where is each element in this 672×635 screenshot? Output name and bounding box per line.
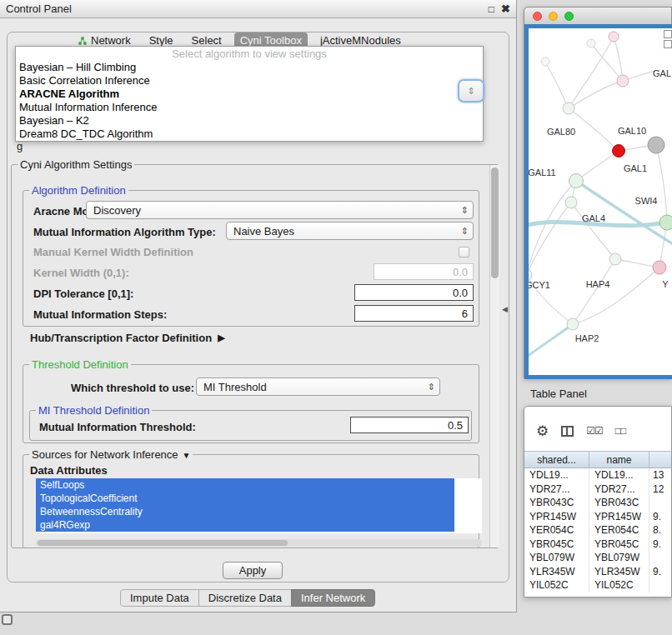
close-traffic-light[interactable] <box>533 12 542 21</box>
minimize-traffic-light[interactable] <box>549 12 558 21</box>
node[interactable] <box>567 318 579 330</box>
node[interactable] <box>587 39 595 48</box>
algorithm-option[interactable]: Bayesian – Hill Climbing <box>16 61 483 74</box>
algorithm-option-selected[interactable]: ARACNE Algorithm <box>16 88 483 101</box>
combo-arrows-icon: ⇕ <box>461 226 469 237</box>
list-item[interactable]: SelfLoops <box>36 478 454 492</box>
algorithm-option[interactable]: Mutual Information Inference <box>16 101 483 114</box>
attributes-horizontal-scrollbar[interactable] <box>36 539 482 547</box>
node-gal10-red[interactable] <box>613 145 625 158</box>
bottom-tab-bar: Impute Data Discretize Data Infer Networ… <box>120 589 375 607</box>
control-panel-window: Control Panel □ ✖ Network Style Se <box>0 0 517 612</box>
hub-label: Hub/Transcription Factor Definition <box>30 332 212 344</box>
node[interactable] <box>565 197 577 208</box>
birdseye-toggle[interactable] <box>664 40 672 48</box>
cell: YDL19... <box>589 468 649 482</box>
column-header-name[interactable]: name <box>589 452 649 468</box>
node[interactable] <box>617 75 629 87</box>
cell: 12 <box>649 482 671 497</box>
sources-collapse-toggle[interactable]: Sources for Network Inference▼ <box>29 448 193 461</box>
close-icon[interactable]: ✖ <box>501 3 510 14</box>
mi-algorithm-type-label: Mutual Information Algorithm Type: <box>33 226 216 238</box>
node-label: GAL1 <box>624 163 647 173</box>
node-pink[interactable] <box>653 261 666 274</box>
algorithm-option[interactable]: Dream8 DC_TDC Algorithm <box>16 128 483 141</box>
network-icon <box>78 36 88 46</box>
which-threshold-select[interactable]: MI Threshold ⇕ <box>196 378 440 396</box>
node-label: GAL4 <box>582 213 605 223</box>
kernel-width-field: 0.0 <box>374 263 474 280</box>
birdseye-toggle[interactable] <box>664 30 672 38</box>
algorithm-combo-arrow-button[interactable]: ⇕ <box>458 79 484 102</box>
table-row[interactable]: YIL052C YIL052C <box>524 578 671 592</box>
control-panel-titlebar[interactable]: Control Panel □ ✖ <box>0 0 516 18</box>
network-window-titlebar[interactable] <box>524 8 671 24</box>
table-row[interactable]: YDR27... YDR27... 12 <box>524 482 671 497</box>
list-item[interactable]: TopologicalCoefficient <box>36 492 454 505</box>
columns-icon[interactable] <box>561 426 574 437</box>
algorithm-option[interactable]: Basic Correlation Inference <box>16 74 483 88</box>
table-row[interactable]: YBR043C YBR043C <box>524 496 671 510</box>
scrollbar-thumb[interactable] <box>38 540 288 546</box>
gear-icon[interactable]: ⚙ <box>536 422 549 440</box>
algorithm-option[interactable]: Bayesian – K2 <box>16 114 483 128</box>
table-row[interactable]: YER054C YER054C 8. <box>524 523 671 538</box>
node[interactable] <box>609 32 619 42</box>
table-row[interactable]: YBR045C YBR045C 9. <box>524 538 671 552</box>
node[interactable] <box>569 174 584 188</box>
mi-steps-field[interactable]: 6 <box>354 305 474 322</box>
node[interactable] <box>541 58 549 66</box>
settings-vertical-scrollbar[interactable] <box>489 165 499 548</box>
zoom-traffic-light[interactable] <box>564 12 574 21</box>
tab-label: Cyni Toolbox <box>240 34 302 47</box>
node[interactable] <box>529 269 532 281</box>
dpi-tolerance-label: DPI Tolerance [0,1]: <box>33 288 133 300</box>
table-row[interactable]: YBL079W YBL079W <box>524 551 671 565</box>
cell: YBR045C <box>524 538 589 552</box>
mi-algorithm-type-select[interactable]: Naive Bayes ⇕ <box>226 222 474 240</box>
node[interactable] <box>563 102 574 114</box>
table-toolbar: ⚙ ☑☑ □□ <box>536 418 625 443</box>
column-header-shared[interactable]: shared... <box>524 452 589 468</box>
node-gray[interactable] <box>648 137 664 153</box>
table-row[interactable]: YDL19... YDL19... 13 <box>524 468 671 482</box>
mi-threshold-field[interactable]: 0.5 <box>350 417 469 433</box>
combo-arrows-icon: ⇕ <box>461 205 469 216</box>
sources-title: Sources for Network Inference <box>32 448 178 461</box>
cell: YDR27... <box>524 482 589 497</box>
table-row[interactable]: YLR345W YLR345W 9. <box>524 565 671 579</box>
aracne-mode-select[interactable]: Discovery ⇕ <box>86 201 474 219</box>
list-item[interactable]: BetweennessCentrality <box>36 505 454 518</box>
table-row[interactable]: YPR145W YPR145W 9. <box>524 510 671 524</box>
scrollbar-thumb[interactable] <box>491 168 499 278</box>
collapse-down-icon: ▼ <box>183 451 191 460</box>
tab-impute-data[interactable]: Impute Data <box>120 589 199 607</box>
table-body: YDL19... YDL19... 13 YDR27... YDR27... 1… <box>524 468 671 597</box>
tab-discretize-data[interactable]: Discretize Data <box>198 589 292 607</box>
restore-icon[interactable]: □ <box>489 4 494 14</box>
column-header-partial[interactable] <box>649 452 671 468</box>
select-all-checks-icon[interactable]: ☑☑ <box>586 425 603 437</box>
manual-kernel-width-label: Manual Kernel Width Definition <box>33 246 193 258</box>
field-value: 0.0 <box>453 287 468 299</box>
tab-infer-network[interactable]: Infer Network <box>291 589 375 607</box>
group-title: MI Threshold Definition <box>36 404 152 417</box>
cell: 13 <box>649 468 671 482</box>
window-title: Control Panel <box>6 2 482 15</box>
hub-transcription-factor-expander[interactable]: Hub/Transcription Factor Definition ▶ <box>30 332 225 344</box>
docked-panel-icon[interactable] <box>2 614 13 625</box>
collapse-left-icon[interactable]: ◀ <box>502 305 508 313</box>
list-item[interactable]: gal4RGexp <box>36 518 454 532</box>
apply-button[interactable]: Apply <box>223 562 283 579</box>
cell: YER054C <box>589 523 649 538</box>
cell: YIL052C <box>524 578 589 592</box>
cell: YPR145W <box>524 510 589 524</box>
dpi-tolerance-field[interactable]: 0.0 <box>354 284 474 301</box>
network-canvas[interactable]: GAL GAL80 GAL10 GAL11 GAL1 SWI4 GAL4 GCY… <box>529 28 672 375</box>
cell: YBR043C <box>589 496 649 510</box>
deselect-all-checks-icon[interactable]: □□ <box>615 425 626 437</box>
node[interactable] <box>609 253 621 265</box>
group-title: Algorithm Definition <box>29 184 128 197</box>
node-green[interactable] <box>659 215 672 230</box>
algorithm-dropdown-popup: Select algorithm to view settings Bayesi… <box>15 46 484 142</box>
